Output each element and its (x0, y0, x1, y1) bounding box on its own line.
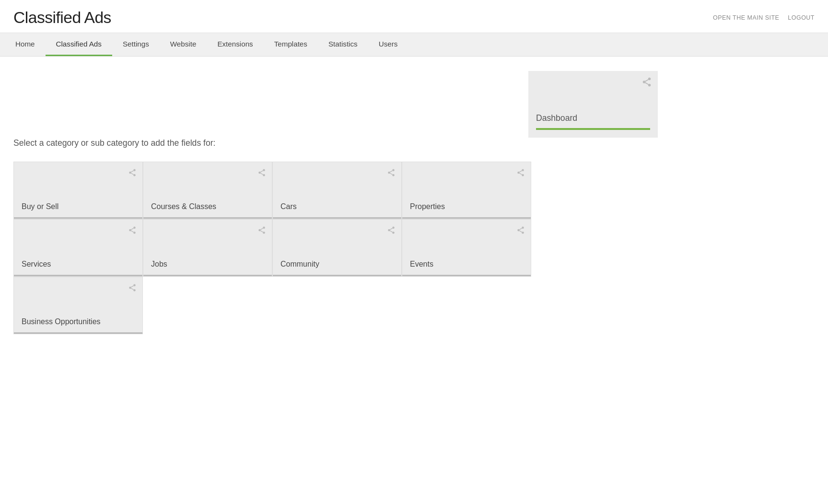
main-content: Dashboard Select a category or sub categ… (0, 57, 671, 349)
category-tile-business-opportunities[interactable]: Business Opportunities (13, 277, 143, 334)
svg-line-28 (131, 231, 133, 232)
svg-line-33 (260, 231, 263, 232)
tile-share-icon-properties (516, 168, 525, 179)
svg-point-40 (522, 227, 524, 229)
nav-item-website[interactable]: Website (160, 33, 207, 56)
svg-line-24 (519, 171, 522, 172)
dashboard-share-icon (641, 77, 652, 89)
tile-bottom-bar-properties (402, 217, 531, 219)
svg-point-46 (129, 287, 131, 289)
nav-item-home[interactable]: Home (5, 33, 46, 56)
svg-point-0 (648, 78, 651, 81)
svg-line-13 (260, 173, 263, 175)
tile-label-courses-classes: Courses & Classes (151, 202, 216, 211)
svg-point-7 (133, 174, 136, 176)
category-tile-buy-or-sell[interactable]: Buy or Sell (13, 162, 143, 219)
svg-line-4 (645, 80, 648, 82)
svg-point-16 (388, 172, 390, 174)
tile-label-events: Events (410, 260, 433, 269)
site-title: Classified Ads (13, 9, 111, 27)
svg-point-31 (258, 229, 261, 232)
nav-item-statistics[interactable]: Statistics (318, 33, 368, 56)
svg-point-21 (517, 172, 520, 174)
svg-line-34 (260, 228, 263, 230)
tile-bottom-bar-buy-or-sell (14, 217, 142, 219)
nav-item-classified-ads[interactable]: Classified Ads (46, 33, 112, 56)
category-tile-services[interactable]: Services (13, 219, 143, 277)
header-links: OPEN THE MAIN SITE LOGOUT (713, 14, 815, 21)
tile-bottom-bar-courses-classes (143, 217, 272, 219)
svg-line-3 (645, 82, 648, 84)
svg-point-35 (392, 227, 395, 229)
svg-point-36 (388, 229, 390, 232)
svg-point-27 (133, 232, 136, 234)
tile-share-icon-services (128, 225, 137, 237)
svg-line-39 (390, 228, 392, 230)
category-tile-events[interactable]: Events (402, 219, 531, 277)
tile-share-icon-community (387, 225, 396, 237)
svg-point-2 (648, 84, 651, 87)
svg-point-42 (522, 232, 524, 234)
category-grid: Buy or Sell Courses & Classes Cars (13, 162, 658, 334)
open-main-site-link[interactable]: OPEN THE MAIN SITE (713, 14, 779, 21)
svg-line-14 (260, 171, 263, 172)
nav-item-settings[interactable]: Settings (112, 33, 160, 56)
svg-point-6 (129, 172, 131, 174)
svg-line-18 (390, 173, 392, 175)
svg-point-22 (522, 174, 524, 176)
logout-link[interactable]: LOGOUT (788, 14, 815, 21)
dashboard-label: Dashboard (528, 109, 658, 128)
svg-point-15 (392, 169, 395, 172)
tile-share-icon-courses-classes (257, 168, 266, 179)
tile-bottom-bar-events (402, 275, 531, 276)
svg-line-9 (131, 171, 133, 172)
svg-line-29 (131, 228, 133, 230)
svg-point-25 (133, 227, 136, 229)
nav-item-users[interactable]: Users (368, 33, 408, 56)
svg-point-26 (129, 229, 131, 232)
tile-label-cars: Cars (280, 202, 297, 211)
nav-item-extensions[interactable]: Extensions (207, 33, 263, 56)
category-tile-jobs[interactable]: Jobs (143, 219, 272, 277)
tile-bottom-bar-cars (273, 217, 401, 219)
svg-point-17 (392, 174, 395, 176)
main-nav: HomeClassified AdsSettingsWebsiteExtensi… (0, 33, 828, 57)
svg-line-44 (519, 228, 522, 230)
category-tile-courses-classes[interactable]: Courses & Classes (143, 162, 272, 219)
tile-bottom-bar-jobs (143, 275, 272, 276)
tile-label-properties: Properties (410, 202, 445, 211)
svg-point-47 (133, 289, 136, 292)
tile-bottom-bar-services (14, 275, 142, 276)
svg-point-5 (133, 169, 136, 172)
svg-line-49 (131, 286, 133, 287)
svg-line-23 (519, 173, 522, 175)
category-tile-community[interactable]: Community (272, 219, 402, 277)
svg-line-38 (390, 231, 392, 232)
tile-label-jobs: Jobs (151, 260, 167, 269)
svg-point-32 (263, 232, 265, 234)
category-tile-properties[interactable]: Properties (402, 162, 531, 219)
dashboard-widget-top (528, 71, 658, 109)
tile-bottom-bar-business-opportunities (14, 332, 142, 334)
tile-label-business-opportunities: Business Opportunities (22, 317, 101, 326)
svg-point-45 (133, 284, 136, 287)
tile-share-icon-jobs (257, 225, 266, 237)
tile-label-community: Community (280, 260, 319, 269)
svg-point-20 (522, 169, 524, 172)
category-tile-cars[interactable]: Cars (272, 162, 402, 219)
dashboard-widget[interactable]: Dashboard (528, 71, 658, 138)
svg-point-12 (263, 174, 265, 176)
tile-label-services: Services (22, 260, 51, 269)
svg-point-1 (643, 81, 646, 83)
nav-item-templates[interactable]: Templates (264, 33, 318, 56)
svg-line-19 (390, 171, 392, 172)
svg-line-43 (519, 231, 522, 232)
svg-point-30 (263, 227, 265, 229)
tile-share-icon-buy-or-sell (128, 168, 137, 179)
svg-line-8 (131, 173, 133, 175)
tile-share-icon-business-opportunities (128, 283, 137, 294)
tile-label-buy-or-sell: Buy or Sell (22, 202, 58, 211)
tile-share-icon-events (516, 225, 525, 237)
tile-share-icon-cars (387, 168, 396, 179)
tile-bottom-bar-community (273, 275, 401, 276)
